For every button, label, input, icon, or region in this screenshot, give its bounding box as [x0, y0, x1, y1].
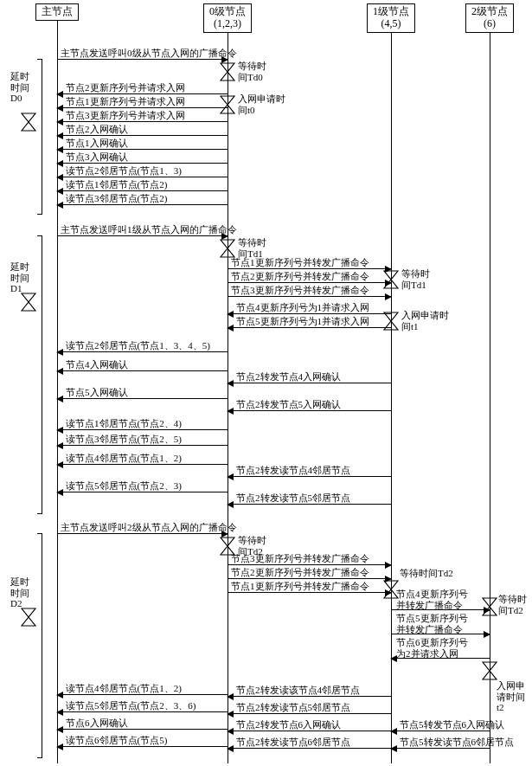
p2-waitmid: 等待时间Td2: [400, 568, 453, 579]
arrow-label: 节点3入网确认: [66, 152, 128, 162]
p2-back-0-0: 读节点4邻居节点(节点1、2): [57, 694, 228, 695]
arrow-label: 读节点6邻居节点(节点5): [66, 736, 167, 745]
arrow-label: 节点1入网确认: [66, 138, 128, 148]
arrow-label: 节点2转发节点4入网确认: [236, 372, 341, 382]
p1-back-1-1: 节点2转发节点4入网确认: [228, 383, 391, 383]
p1-back-6-0: 读节点5邻居节点(节点2、3): [57, 492, 228, 492]
arrow-label: 节点5转发节点6入网确认: [400, 720, 504, 730]
p0-msg-0: 节点2更新序列号并请求入网: [57, 93, 228, 94]
arrow-label: 读节点4邻居节点(节点1、2): [66, 454, 182, 463]
p2-fwd0-0: 节点3更新序列号并转发广播命令: [228, 564, 391, 565]
arrow-label: 节点2转发节点6入网确认: [236, 720, 341, 730]
p2-back-2-2: 节点5转发节点6入网确认: [391, 731, 490, 731]
arrow-label: 读节点5邻居节点(节点2、3、6): [66, 701, 195, 711]
arrow-label: 节点1更新序列号并转发广播命令: [231, 258, 369, 267]
p0-apply: 入网申请时 间t0: [238, 93, 285, 115]
p1-back-0-0: 读节点2邻居节点(节点1、3、4、5): [57, 351, 228, 352]
arrow-label: 主节点发送呼叫0级从节点入网的广播命令: [61, 48, 237, 58]
arrow-label: 读节点3邻居节点(节点2): [66, 194, 167, 203]
p2-delay-label: 延时 时间 D2: [10, 576, 29, 609]
actor-lvl2: 2级节点 (6): [465, 3, 514, 33]
arrow-label: 读节点3邻居节点(节点2、5): [66, 434, 182, 444]
p1-back-5-1: 节点2转发读节点4邻居节点: [228, 476, 391, 477]
arrow-label: 读节点2邻居节点(节点1、3): [66, 166, 182, 176]
arrow-label: 读节点5邻居节点(节点2、3): [66, 481, 182, 491]
p2-back-3-0: 读节点6邻居节点(节点5): [57, 746, 228, 747]
arrow-label: 节点5转发读节点6邻居节点: [400, 737, 514, 747]
actor-master: 主节点: [35, 3, 79, 21]
arrow-label: 节点3更新序列号并转发广播命令: [231, 554, 369, 563]
p1-req-0: 节点4更新序列号为1并请求入网: [228, 313, 391, 314]
arrow-label: 节点2更新序列号并请求入网: [66, 83, 185, 93]
arrow-label: 节点5入网确认: [66, 388, 128, 397]
p0-msg-5: 节点3入网确认: [57, 163, 228, 164]
p2-fwd1-lbl-1: 节点5更新序列号 并转发广播命令: [396, 613, 468, 634]
p1-apply: 入网申请时 间t1: [401, 310, 449, 332]
p2-wait2-hg: [482, 597, 497, 616]
p0-wait: 等待时 间Td0: [238, 61, 266, 82]
p1-back-2-1: 节点2转发节点5入网确认: [228, 410, 391, 411]
p1-fwd-0: 节点1更新序列号并转发广播命令: [228, 268, 391, 269]
p2-fwd0-1: 节点2更新序列号并转发广播命令: [228, 578, 391, 579]
p0-broadcast: 主节点发送呼叫0级从节点入网的广播命令: [57, 59, 228, 60]
p2-back-2-1: 节点2转发节点6入网确认: [228, 731, 391, 731]
arrow-label: 节点4更新序列号为1并请求入网: [236, 303, 369, 312]
arrow-label: 节点5更新序列号为1并请求入网: [236, 317, 369, 326]
actor-lvl0: 0级节点 (1,2,3): [203, 3, 252, 33]
p1-wait1: 等待时 间Td1: [401, 268, 430, 290]
p1-back-6-1: 节点2转发读节点5邻居节点: [228, 504, 391, 505]
actor-lvl1: 1级节点 (4,5): [367, 3, 415, 33]
p1-fwd-2: 节点3更新序列号并转发广播命令: [228, 296, 391, 297]
p2-fwd1-lbl-0: 节点4更新序列号 并转发广播命令: [396, 589, 468, 610]
p1-wait1-hg: [383, 270, 399, 289]
p1-apply-hg: [383, 312, 399, 331]
p0-delay-hg: [21, 113, 36, 132]
p1-delay-label: 延时 时间 D1: [10, 261, 29, 294]
p2-broadcast: 主节点发送呼叫2级从节点入网的广播命令: [57, 533, 228, 534]
p1-wait0-hg: [220, 239, 235, 258]
p2-wait2: 等待时 间Td2: [498, 594, 527, 615]
p2-delay-hg: [21, 608, 36, 627]
arrow-label: 节点2更新序列号并转发广播命令: [231, 568, 369, 577]
p2-apply: 入网申 请时间t2: [497, 680, 532, 713]
p0-msg-8: 读节点3邻居节点(节点2): [57, 204, 228, 205]
arrow-label: 节点1更新序列号并请求入网: [66, 97, 185, 106]
p0-msg-6: 读节点2邻居节点(节点1、3): [57, 177, 228, 177]
p1-delay-hg: [21, 293, 36, 312]
p2-req-lbl: 节点6更新序列号 为2并请求入网: [396, 637, 468, 659]
p1-back-5-0: 读节点4邻居节点(节点1、2): [57, 464, 228, 465]
p1-back-3-0: 读节点1邻居节点(节点2、4): [57, 429, 228, 430]
arrow-label: 节点2转发读节点5邻居节点: [236, 703, 350, 712]
p1-back-1-0: 节点4入网确认: [57, 370, 228, 371]
p2-back-3-2: 节点5转发读节点6邻居节点: [391, 748, 490, 749]
p0-wait-hg: [220, 62, 235, 81]
p1-back-4-0: 读节点3邻居节点(节点2、5): [57, 445, 228, 446]
p1-fwd-1: 节点2更新序列号并转发广播命令: [228, 282, 391, 283]
p2-fwd0-2: 节点1更新序列号并转发广播命令: [228, 592, 391, 593]
arrow-label: 主节点发送呼叫1级从节点入网的广播命令: [61, 225, 237, 235]
arrow-label: 主节点发送呼叫2级从节点入网的广播命令: [61, 523, 237, 532]
arrow-label: 节点2转发节点5入网确认: [236, 400, 341, 409]
p1-req-1: 节点5更新序列号为1并请求入网: [228, 327, 391, 328]
p0-msg-3: 节点2入网确认: [57, 135, 228, 136]
p2-back-3-1: 节点2转发读节点6邻居节点: [228, 748, 391, 749]
p0-delay-label: 延时 时间 D0: [10, 71, 29, 104]
p2-back-0-1: 节点2转发读该节点4邻居节点: [228, 696, 391, 697]
arrow-label: 读节点1邻居节点(节点2、4): [66, 419, 182, 428]
arrow-label: 读节点4邻居节点(节点1、2): [66, 684, 182, 693]
arrow-label: 节点1更新序列号并转发广播命令: [231, 582, 369, 591]
arrow-label: 节点2转发读该节点4邻居节点: [236, 686, 360, 695]
p0-apply-hg: [220, 95, 235, 114]
arrow-label: 节点2转发读节点5邻居节点: [236, 493, 350, 503]
arrow-label: 节点4入网确认: [66, 360, 128, 370]
p1-wait0: 等待时 间Td1: [238, 237, 266, 259]
p0-msg-2: 节点3更新序列号并请求入网: [57, 121, 228, 122]
p2-back-2-0: 节点6入网确认: [57, 729, 228, 730]
arrow-label: 读节点2邻居节点(节点1、3、4、5): [66, 341, 210, 351]
p1-broadcast: 主节点发送呼叫1级从节点入网的广播命令: [57, 235, 228, 236]
arrow-label: 节点2转发读节点4邻居节点: [236, 466, 350, 475]
p0-msg-4: 节点1入网确认: [57, 149, 228, 150]
arrow-label: 节点6入网确认: [66, 718, 128, 728]
p0-msg-7: 读节点1邻居节点(节点2): [57, 190, 228, 191]
arrow-label: 节点3更新序列号并请求入网: [66, 111, 185, 120]
